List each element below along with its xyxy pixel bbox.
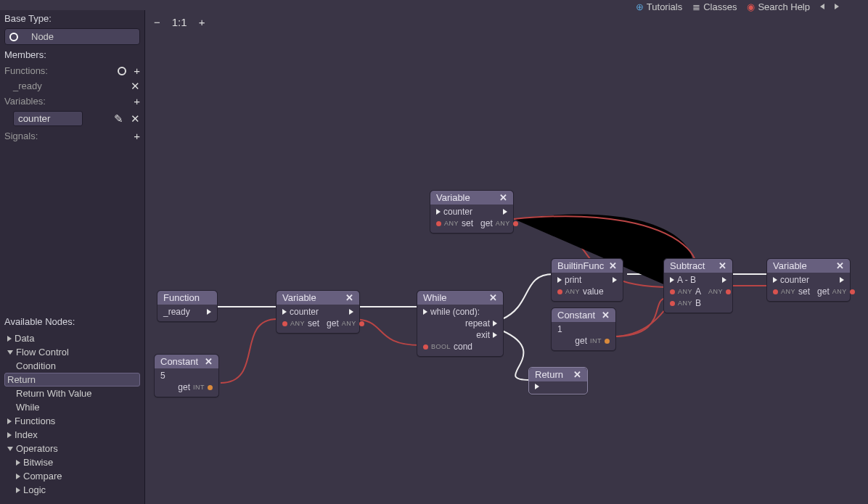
seq-out-port[interactable] (349, 309, 353, 315)
cond-in-port[interactable] (423, 344, 428, 350)
node-variable-middle[interactable]: Variable✕ counter ANYsetgetANY (276, 290, 360, 334)
tree-item-return[interactable]: Return (4, 373, 140, 387)
close-icon[interactable]: ✕ (489, 292, 497, 303)
seq-in-port[interactable] (436, 209, 441, 215)
close-icon[interactable]: ✕ (718, 260, 726, 271)
data-in-port[interactable] (557, 289, 562, 294)
base-type-label: Base Type: (0, 10, 144, 27)
close-icon[interactable]: ✕ (345, 292, 353, 303)
seq-in-port[interactable] (557, 277, 562, 283)
functions-override-icon[interactable] (118, 67, 126, 75)
close-icon[interactable]: ✕ (836, 260, 844, 271)
tree-item-index[interactable]: Index (4, 428, 140, 442)
node-title: BuiltinFunc (557, 260, 604, 271)
b-in-port[interactable] (670, 301, 675, 306)
delete-function-button[interactable]: ✕ (131, 80, 140, 91)
close-icon[interactable]: ✕ (609, 260, 617, 271)
tree-item-while[interactable]: While (4, 400, 140, 414)
tree-item-compare[interactable]: Compare (4, 469, 140, 483)
node-constant-5[interactable]: Constant✕ 5 getINT (154, 354, 219, 397)
tree-item-condition[interactable]: Condition (4, 359, 140, 373)
available-nodes-label: Available Nodes: (0, 313, 144, 330)
data-out-port[interactable] (726, 289, 731, 294)
variable-name-input[interactable] (13, 111, 83, 126)
chevron-right-icon[interactable] (835, 4, 839, 9)
available-nodes-tree: Data Flow Control Condition Return Retur… (0, 330, 144, 504)
data-in-port[interactable] (282, 321, 287, 326)
classes-link[interactable]: ≣ Classes (692, 1, 737, 12)
add-variable-button[interactable]: + (134, 96, 140, 107)
close-icon[interactable]: ✕ (499, 192, 507, 203)
graph-canvas[interactable]: − 1:1 + Variable✕ counter ANYsetgetANY F (148, 12, 868, 504)
data-out-port[interactable] (605, 339, 610, 344)
exit-port[interactable] (493, 332, 497, 338)
node-title: While (423, 292, 447, 303)
node-constant-1[interactable]: Constant✕ 1 getINT (551, 307, 616, 351)
tree-item-logic[interactable]: Logic (4, 483, 140, 497)
node-title: Variable (773, 260, 807, 271)
seq-in-port[interactable] (282, 309, 287, 315)
seq-out-port[interactable] (722, 277, 726, 283)
seq-in-port[interactable] (535, 384, 539, 389)
node-variable-right[interactable]: Variable✕ counter ANYsetgetANY (766, 258, 851, 302)
seq-in-port[interactable] (670, 277, 674, 283)
close-icon[interactable]: ✕ (602, 310, 610, 321)
tree-item-operators[interactable]: Operators (4, 442, 140, 455)
node-function[interactable]: Function _ready (157, 290, 218, 322)
data-out-port[interactable] (513, 221, 518, 226)
seq-in-port[interactable] (773, 277, 777, 283)
variables-label: Variables: (4, 96, 46, 107)
globe-icon: ⊕ (636, 1, 644, 12)
a-in-port[interactable] (670, 289, 675, 294)
data-out-port[interactable] (359, 321, 364, 326)
node-icon (9, 33, 18, 41)
data-out-port[interactable] (208, 385, 213, 390)
search-icon: ◉ (747, 1, 755, 12)
tree-item-return-with-value[interactable]: Return With Value (4, 387, 140, 400)
node-title: Return (535, 369, 563, 380)
classes-label: Classes (703, 1, 737, 12)
base-type-selector[interactable]: Node (4, 28, 140, 45)
edit-variable-button[interactable]: ✎ (114, 113, 123, 124)
seq-out-port[interactable] (503, 209, 507, 215)
tree-item-bitwise[interactable]: Bitwise (4, 455, 140, 469)
tutorials-link[interactable]: ⊕ Tutorials (636, 1, 682, 12)
add-signal-button[interactable]: + (134, 131, 140, 141)
search-help-link[interactable]: ◉ Search Help (747, 1, 810, 12)
seq-out-port[interactable] (613, 277, 617, 283)
data-in-port[interactable] (773, 289, 778, 294)
sidebar: Base Type: Node Members: Functions: + _r… (0, 10, 145, 504)
chevron-left-icon[interactable] (820, 4, 824, 9)
functions-label: Functions: (4, 65, 48, 76)
node-return[interactable]: Return✕ (528, 367, 588, 394)
connection-wires (148, 12, 868, 504)
add-function-button[interactable]: + (134, 65, 140, 76)
zoom-out-button[interactable]: − (154, 17, 160, 28)
close-icon[interactable]: ✕ (573, 369, 581, 380)
seq-out-port[interactable] (840, 277, 844, 283)
data-in-port[interactable] (436, 221, 441, 226)
zoom-in-button[interactable]: + (199, 17, 205, 28)
members-label: Members: (0, 46, 144, 63)
node-variable-top[interactable]: Variable✕ counter ANYsetgetANY (430, 190, 514, 234)
node-builtin-func[interactable]: BuiltinFunc✕ print ANYvalue (551, 258, 623, 302)
canvas-toolbar: − 1:1 + (154, 16, 205, 28)
var-name: counter (443, 207, 472, 217)
node-title: Constant (160, 356, 198, 367)
node-subtract[interactable]: Subtract✕ A - B ANYAANY ANYB (663, 258, 733, 313)
seq-in-port[interactable] (423, 309, 427, 315)
tree-item-flow-control[interactable]: Flow Control (4, 345, 140, 359)
tree-item-functions[interactable]: Functions (4, 414, 140, 428)
delete-variable-button[interactable]: ✕ (131, 113, 140, 124)
node-while[interactable]: While✕ while (cond): repeat exit BOOLcon… (417, 290, 504, 357)
close-icon[interactable]: ✕ (205, 356, 213, 367)
function-item[interactable]: _ready (13, 80, 42, 91)
node-title: Function (163, 292, 200, 303)
repeat-port[interactable] (493, 321, 497, 326)
seq-out-port[interactable] (207, 309, 211, 315)
search-help-label: Search Help (758, 1, 810, 12)
tree-item-data[interactable]: Data (4, 331, 140, 345)
available-nodes-section: Available Nodes: Data Flow Control Condi… (0, 313, 144, 504)
constant-value: 1 (557, 324, 562, 334)
data-out-port[interactable] (850, 289, 855, 294)
